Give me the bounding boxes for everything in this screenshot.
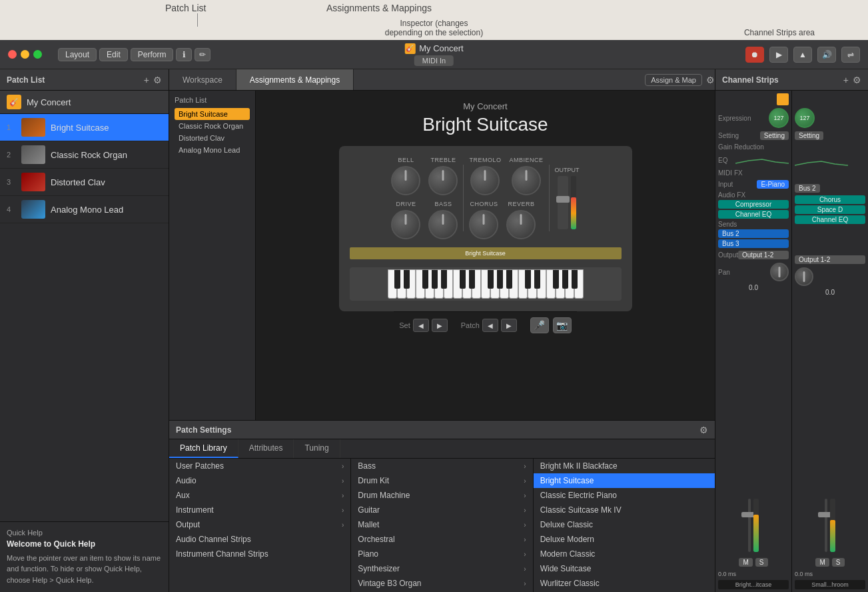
- patch-item-1[interactable]: 1 Bright Suitcase: [0, 114, 169, 141]
- cs-mute-btn-2[interactable]: M: [815, 558, 829, 567]
- patch-settings-button[interactable]: ⚙: [153, 75, 162, 85]
- layout-button[interactable]: Layout: [58, 48, 97, 61]
- patch-next-button[interactable]: ▶: [501, 319, 517, 332]
- white-key[interactable]: [453, 269, 462, 299]
- lib-item-aux[interactable]: Aux›: [169, 488, 350, 503]
- black-key[interactable]: [572, 270, 578, 289]
- white-key[interactable]: [416, 269, 425, 299]
- white-key[interactable]: [546, 269, 556, 299]
- lib-item-classic-suitcase[interactable]: Classic Suitcase Mk IV: [534, 503, 715, 517]
- lib-item-vintage-b3[interactable]: Vintage B3 Organ›: [351, 576, 532, 591]
- ws-patch-item-2[interactable]: Classic Rock Organ: [175, 120, 250, 132]
- cs-chorus-btn[interactable]: Chorus: [795, 195, 865, 204]
- ps-tab-attributes[interactable]: Attributes: [238, 439, 294, 458]
- ws-patch-item-3[interactable]: Distorted Clav: [175, 132, 250, 144]
- knob-tremolo-control[interactable]: [470, 166, 500, 195]
- black-key[interactable]: [488, 270, 494, 289]
- midi-in-button[interactable]: MIDI In: [414, 55, 454, 66]
- black-key[interactable]: [553, 270, 559, 289]
- lib-item-wurlitzer-classic[interactable]: Wurlitzer Classic: [534, 576, 715, 591]
- ps-settings-button[interactable]: ⚙: [699, 425, 708, 435]
- cs-solo-btn-2[interactable]: S: [832, 558, 845, 567]
- lib-item-orchestral[interactable]: Orchestral›: [351, 532, 532, 547]
- black-key[interactable]: [506, 270, 512, 289]
- ws-patch-item-1[interactable]: Bright Suitcase: [175, 108, 250, 120]
- concert-row[interactable]: 🎸 My Concert: [0, 91, 169, 114]
- cs-expression-knob-1[interactable]: 127: [769, 108, 789, 128]
- cs-output-btn-2[interactable]: Output 1-2: [795, 255, 865, 264]
- lib-item-mallet[interactable]: Mallet›: [351, 517, 532, 532]
- black-key[interactable]: [534, 270, 540, 289]
- add-patch-button[interactable]: +: [144, 75, 149, 85]
- volume-button[interactable]: 🔊: [817, 47, 836, 63]
- white-key[interactable]: [518, 269, 528, 299]
- lib-item-deluxe-classic[interactable]: Deluxe Classic: [534, 517, 715, 532]
- black-key[interactable]: [432, 270, 438, 289]
- lib-item-user-patches[interactable]: User Patches›: [169, 459, 350, 473]
- cs-pan-knob-2[interactable]: [795, 267, 813, 286]
- set-next-button[interactable]: ▶: [432, 319, 448, 332]
- fullscreen-button[interactable]: [33, 50, 42, 59]
- cs-setting-btn-1[interactable]: Setting: [760, 131, 789, 140]
- lib-item-drum-machine[interactable]: Drum Machine›: [351, 488, 532, 503]
- minimize-button[interactable]: [21, 50, 29, 59]
- black-key[interactable]: [460, 270, 466, 289]
- lib-item-output[interactable]: Output›: [169, 517, 350, 532]
- black-key[interactable]: [394, 270, 400, 289]
- patch-item-3[interactable]: 3 Distorted Clav: [0, 169, 169, 196]
- record-button[interactable]: ⏺: [745, 47, 764, 63]
- lib-item-modern-classic[interactable]: Modern Classic: [534, 547, 715, 561]
- knob-chorus-control[interactable]: [469, 210, 498, 239]
- metronome-button[interactable]: ▲: [793, 47, 812, 63]
- lib-item-guitar[interactable]: Guitar›: [351, 503, 532, 517]
- black-key[interactable]: [441, 270, 447, 289]
- cs-settings-button[interactable]: ⚙: [853, 75, 861, 85]
- black-key[interactable]: [497, 270, 503, 289]
- cs-mute-btn-1[interactable]: M: [739, 558, 752, 567]
- set-prev-button[interactable]: ◀: [413, 319, 429, 332]
- lib-item-drum-kit[interactable]: Drum Kit›: [351, 473, 532, 488]
- patch-prev-button[interactable]: ◀: [482, 319, 498, 332]
- info-button[interactable]: ℹ: [176, 48, 192, 61]
- tab-workspace[interactable]: Workspace: [169, 69, 236, 90]
- knob-ambience-control[interactable]: [512, 166, 541, 195]
- lib-item-bright-suitcase[interactable]: Bright Suitcase: [534, 473, 715, 488]
- perform-button[interactable]: Perform: [131, 48, 174, 61]
- pencil-button[interactable]: ✏: [195, 48, 211, 61]
- black-key[interactable]: [422, 270, 428, 289]
- lib-item-instrument-channel[interactable]: Instrument Channel Strips: [169, 547, 350, 561]
- cs-pan-knob-1[interactable]: [770, 263, 789, 281]
- cs-bus2-btn-1[interactable]: Bus 2: [718, 229, 789, 238]
- knob-treble-control[interactable]: [428, 166, 458, 195]
- lib-item-piano[interactable]: Piano›: [351, 547, 532, 561]
- cs-output-btn-1[interactable]: Output 1-2: [738, 251, 789, 259]
- black-key[interactable]: [469, 270, 475, 289]
- piano-keyboard[interactable]: [350, 267, 622, 301]
- lib-item-audio-channel[interactable]: Audio Channel Strips: [169, 532, 350, 547]
- black-key[interactable]: [525, 270, 531, 289]
- lib-item-bright-mk2[interactable]: Bright Mk II Blackface: [534, 459, 715, 473]
- close-button[interactable]: [8, 50, 17, 59]
- ws-patch-item-4[interactable]: Analog Mono Lead: [175, 144, 250, 156]
- lib-item-instrument[interactable]: Instrument›: [169, 503, 350, 517]
- patch-item-4[interactable]: 4 Analog Mono Lead: [0, 196, 169, 223]
- cs-input-btn-1[interactable]: E-Piano: [757, 180, 789, 189]
- black-key[interactable]: [562, 270, 568, 289]
- cs-expression-knob-2[interactable]: 127: [795, 108, 815, 128]
- cs-compressor-btn[interactable]: Compressor: [718, 200, 789, 209]
- tab-assignments[interactable]: Assignments & Mappings: [236, 69, 354, 90]
- play-button[interactable]: ▶: [769, 47, 788, 63]
- tab-settings-button[interactable]: ⚙: [706, 75, 715, 85]
- cs-solo-btn-1[interactable]: S: [755, 558, 768, 567]
- cs-setting-btn-2[interactable]: Setting: [795, 131, 823, 140]
- output-fader[interactable]: [558, 176, 568, 229]
- black-key[interactable]: [404, 270, 410, 289]
- white-key[interactable]: [481, 269, 490, 299]
- lib-item-audio[interactable]: Audio›: [169, 473, 350, 488]
- assign-map-button[interactable]: Assign & Map: [645, 74, 702, 86]
- cs-spaced-btn[interactable]: Space D: [795, 205, 865, 214]
- patch-item-2[interactable]: 2 Classic Rock Organ: [0, 141, 169, 169]
- knob-reverb-control[interactable]: [506, 210, 536, 239]
- camera-button[interactable]: 📷: [553, 317, 572, 333]
- ps-tab-library[interactable]: Patch Library: [169, 439, 238, 458]
